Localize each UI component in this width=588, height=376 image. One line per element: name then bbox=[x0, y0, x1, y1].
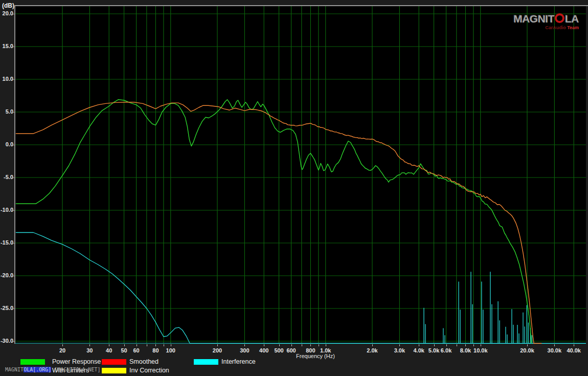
x-tick-label: 200 bbox=[203, 347, 232, 353]
x-tick-mark bbox=[372, 344, 373, 346]
legend-swatch-inv-correction bbox=[102, 368, 126, 373]
y-tick-mark bbox=[13, 210, 15, 211]
x-tick-mark bbox=[302, 344, 302, 346]
y-tick-label: -15.0 bbox=[0, 239, 13, 246]
x-tick-mark bbox=[473, 344, 474, 346]
brand-logo-subtitle: CarAudio Team bbox=[513, 25, 579, 30]
x-tick-mark bbox=[465, 344, 466, 346]
y-tick-mark bbox=[13, 14, 15, 14]
x-tick-mark bbox=[574, 344, 574, 346]
x-tick-mark bbox=[137, 344, 137, 346]
legend-swatch-interference bbox=[194, 359, 218, 365]
plot-area: MAGNITLA CarAudio Team bbox=[15, 6, 586, 344]
x-tick-mark bbox=[244, 344, 245, 346]
legend-swatch-smoothed bbox=[102, 359, 126, 365]
x-tick-label: 20.0k bbox=[513, 347, 541, 353]
x-tick-mark bbox=[109, 344, 109, 346]
y-tick-label: -25.0 bbox=[0, 305, 13, 311]
y-axis-unit-label: (dB) bbox=[2, 2, 14, 9]
watermark-text: MAGNITOLA[.ORG] [MAGNITOLA.NET] bbox=[5, 367, 101, 372]
rta-analyzer-window: MAGNITLA CarAudio Team (dB) 20.015.010.0… bbox=[0, 0, 588, 376]
x-tick-label: 2.0k bbox=[358, 347, 387, 353]
x-tick-mark bbox=[155, 344, 156, 346]
x-tick-label: 20 bbox=[48, 347, 77, 353]
x-tick-mark bbox=[291, 344, 292, 346]
x-tick-label: 10.0k bbox=[466, 347, 495, 353]
y-tick-mark bbox=[13, 178, 15, 178]
y-tick-label: -30.0 bbox=[0, 338, 13, 344]
brand-logo: MAGNITLA CarAudio Team bbox=[513, 13, 579, 30]
x-tick-mark bbox=[171, 344, 171, 346]
y-tick-label: -10.0 bbox=[0, 207, 13, 213]
legend-label-inv-correction: Inv Correction bbox=[129, 367, 169, 374]
x-tick-mark bbox=[147, 344, 147, 346]
legend-swatch-power-response bbox=[20, 359, 45, 365]
y-tick-label: 15.0 bbox=[0, 43, 13, 49]
legend-label-interference: Interference bbox=[221, 358, 256, 365]
legend-label-smoothed: Smoothed bbox=[129, 358, 159, 365]
y-tick-label: 20.0 bbox=[0, 10, 13, 16]
y-tick-mark bbox=[13, 308, 15, 309]
y-tick-label: 5.0 bbox=[0, 108, 13, 115]
x-tick-mark bbox=[419, 344, 419, 346]
y-tick-label: 10.0 bbox=[0, 76, 13, 82]
x-tick-mark bbox=[217, 344, 218, 346]
series-curve bbox=[16, 102, 542, 344]
y-tick-mark bbox=[13, 341, 15, 342]
x-tick-mark bbox=[457, 344, 457, 346]
y-tick-mark bbox=[13, 112, 15, 113]
y-tick-mark bbox=[13, 79, 15, 80]
legend-label-power-response: Power Response bbox=[52, 358, 101, 365]
y-tick-label: -20.0 bbox=[0, 272, 13, 278]
x-tick-mark bbox=[527, 344, 528, 346]
x-tick-label: 40.0k bbox=[559, 347, 588, 353]
x-tick-mark bbox=[319, 344, 319, 346]
x-tick-mark bbox=[481, 344, 481, 346]
plot-border-left bbox=[14, 5, 15, 344]
logo-ring-icon bbox=[555, 13, 564, 23]
x-tick-mark bbox=[446, 344, 447, 346]
x-axis-title: Frequency (Hz) bbox=[285, 353, 346, 359]
chart-canvas bbox=[15, 6, 586, 344]
y-tick-mark bbox=[13, 276, 15, 276]
y-tick-mark bbox=[13, 47, 15, 47]
x-tick-mark bbox=[264, 344, 264, 346]
x-tick-mark bbox=[62, 344, 63, 346]
x-tick-mark bbox=[124, 344, 125, 346]
series-curve bbox=[16, 100, 532, 344]
x-tick-mark bbox=[279, 344, 280, 346]
x-tick-mark bbox=[89, 344, 90, 346]
y-tick-mark bbox=[13, 243, 15, 244]
x-tick-mark bbox=[310, 344, 311, 346]
x-tick-label: 100 bbox=[156, 347, 185, 353]
series-curve bbox=[16, 233, 586, 344]
y-tick-label: -5.0 bbox=[0, 174, 13, 180]
x-tick-mark bbox=[434, 344, 435, 346]
x-tick-mark bbox=[164, 344, 164, 346]
watermark-highlight: OLA[.ORG] bbox=[24, 367, 51, 372]
y-tick-mark bbox=[13, 145, 15, 145]
y-tick-label: 0.0 bbox=[0, 141, 13, 147]
x-tick-mark bbox=[554, 344, 555, 346]
brand-logo-title: MAGNITLA bbox=[513, 13, 579, 25]
plot-border-top bbox=[14, 5, 588, 6]
x-tick-mark bbox=[326, 344, 326, 346]
x-tick-mark bbox=[399, 344, 400, 346]
